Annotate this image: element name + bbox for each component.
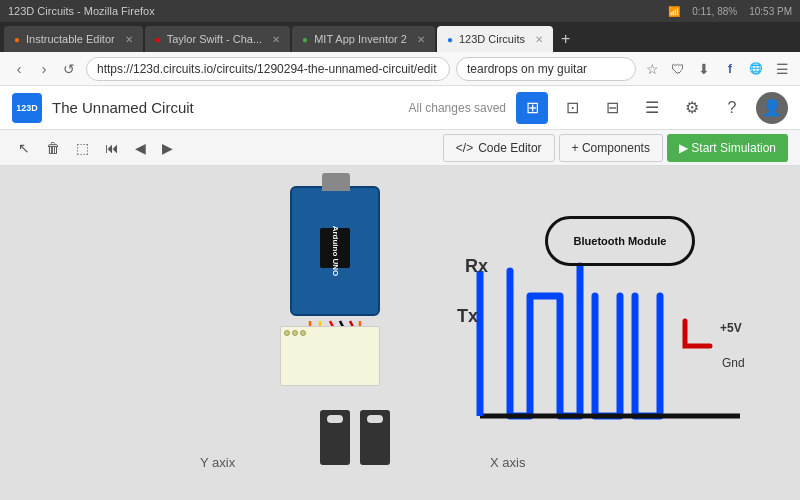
forward-button[interactable]: › — [33, 58, 55, 80]
x-axis-label: X axis — [490, 455, 525, 470]
url-input[interactable] — [86, 57, 450, 81]
tab-close-instructable[interactable]: ✕ — [125, 34, 133, 45]
simulate-button[interactable]: ▶ Start Simulation — [667, 134, 788, 162]
servo-horn-right — [367, 415, 383, 423]
tab-favicon-ai: ● — [302, 34, 308, 45]
circuit-wires — [0, 166, 800, 500]
app-header: 123D The Unnamed Circuit All changes sav… — [0, 86, 800, 130]
tab-label-circuits: 123D Circuits — [459, 33, 525, 45]
step-forward-button[interactable]: ▶ — [156, 134, 179, 162]
components-label: + Components — [572, 141, 650, 155]
breadboard — [280, 326, 380, 386]
list-view-button[interactable]: ☰ — [636, 92, 668, 124]
select-tool-button[interactable]: ↖ — [12, 134, 36, 162]
bluetooth-label: Bluetooth Module — [574, 235, 667, 247]
header-right-icons: ⊞ ⊡ ⊟ ☰ ⚙ ? 👤 — [516, 92, 788, 124]
tab-close-ts[interactable]: ✕ — [272, 34, 280, 45]
y-axis-label: Y axix — [200, 455, 235, 470]
servo-horn-left — [327, 415, 343, 423]
tab-circuits[interactable]: ● 123D Circuits ✕ — [437, 26, 553, 52]
new-tab-button[interactable]: + — [555, 26, 576, 52]
tab-appinventor[interactable]: ● MIT App Inventor 2 ✕ — [292, 26, 435, 52]
component-view-button[interactable]: ⊡ — [556, 92, 588, 124]
tx-label: Tx — [457, 306, 478, 327]
tab-close-ai[interactable]: ✕ — [417, 34, 425, 45]
tab-bar: ● Instructable Editor ✕ ● Taylor Swift -… — [0, 22, 800, 52]
browser-titlebar: 123D Circuits - Mozilla Firefox 📶 0:11, … — [0, 0, 800, 22]
clock: 10:53 PM — [749, 6, 792, 17]
tab-instructable[interactable]: ● Instructable Editor ✕ — [4, 26, 143, 52]
code-editor-label: Code Editor — [478, 141, 541, 155]
tab-favicon-ts: ● — [155, 34, 161, 45]
logo-text: 123D — [16, 103, 38, 113]
app-logo: 123D — [12, 93, 42, 123]
back-button[interactable]: ‹ — [8, 58, 30, 80]
gnd-label: Gnd — [722, 356, 745, 370]
simulate-label: ▶ Start Simulation — [679, 141, 776, 155]
servo-motor-right — [360, 410, 390, 465]
step-back-button[interactable]: ◀ — [129, 134, 152, 162]
wifi-icon: 📶 — [668, 6, 680, 17]
trash-button[interactable]: 🗑 — [40, 134, 66, 162]
settings-button[interactable]: ⚙ — [676, 92, 708, 124]
tab-close-circuits[interactable]: ✕ — [535, 34, 543, 45]
help-button[interactable]: ? — [716, 92, 748, 124]
servo-motor-left — [320, 410, 350, 465]
refresh-button[interactable]: ↺ — [58, 58, 80, 80]
tab-taylorswift[interactable]: ● Taylor Swift - Cha... ✕ — [145, 26, 290, 52]
rect-select-button[interactable]: ⬚ — [70, 134, 95, 162]
tab-label-ai: MIT App Inventor 2 — [314, 33, 407, 45]
browser-toolbar-icons: ☆ 🛡 ⬇ f 🌐 ☰ — [642, 59, 792, 79]
bookmark-star-icon[interactable]: ☆ — [642, 59, 662, 79]
tab-label-ts: Taylor Swift - Cha... — [167, 33, 262, 45]
search-input[interactable] — [456, 57, 636, 81]
bluetooth-module-box: Bluetooth Module — [545, 216, 695, 266]
tab-label-instructable: Instructable Editor — [26, 33, 115, 45]
user-profile-button[interactable]: 👤 — [756, 92, 788, 124]
grid-view-button[interactable]: ⊞ — [516, 92, 548, 124]
nav-buttons: ‹ › ↺ — [8, 58, 80, 80]
circuit-title: The Unnamed Circuit — [52, 99, 399, 116]
tab-favicon-circuits: ● — [447, 34, 453, 45]
components-button[interactable]: + Components — [559, 134, 663, 162]
facebook-icon[interactable]: f — [720, 59, 740, 79]
schematic-view-button[interactable]: ⊟ — [596, 92, 628, 124]
titlebar-icons: 📶 0:11, 88% 10:53 PM — [668, 6, 792, 17]
browser-title: 123D Circuits - Mozilla Firefox — [8, 5, 660, 17]
address-bar: ‹ › ↺ ☆ 🛡 ⬇ f 🌐 ☰ — [0, 52, 800, 86]
arduino-label: Arduino UNO — [331, 226, 340, 277]
social-icon[interactable]: 🌐 — [746, 59, 766, 79]
download-icon[interactable]: ⬇ — [694, 59, 714, 79]
menu-icon[interactable]: ☰ — [772, 59, 792, 79]
arduino-board: Arduino UNO — [290, 186, 380, 316]
vcc-label: +5V — [720, 321, 742, 335]
rx-label: Rx — [465, 256, 488, 277]
app-toolbar: ↖ 🗑 ⬚ ⏮ ◀ ▶ </> Code Editor + Components… — [0, 130, 800, 166]
shield-icon[interactable]: 🛡 — [668, 59, 688, 79]
skip-back-button[interactable]: ⏮ — [99, 134, 125, 162]
battery-status: 0:11, 88% — [692, 6, 737, 17]
code-icon: </> — [456, 141, 473, 155]
code-editor-button[interactable]: </> Code Editor — [443, 134, 555, 162]
canvas-area[interactable]: Arduino UNO — [0, 166, 800, 500]
autosave-status: All changes saved — [409, 101, 506, 115]
tab-favicon-instructable: ● — [14, 34, 20, 45]
